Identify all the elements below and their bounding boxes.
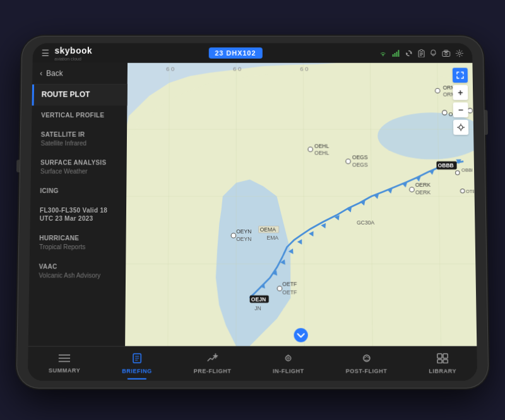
svg-text:JN: JN <box>254 305 261 312</box>
svg-text:6 0: 6 0 <box>300 65 308 72</box>
zoom-in-button[interactable]: + <box>453 85 468 100</box>
svg-text:OEMA: OEMA <box>260 226 276 233</box>
back-label: Back <box>46 69 63 78</box>
nav-label-summary: SUMMARY <box>49 367 80 373</box>
svg-text:OISS: OISS <box>475 111 477 117</box>
nav-label-library: LIBRARY <box>429 368 456 374</box>
sidebar-item-satellite-ir[interactable]: SATELLITE IR Satellite Infrared <box>31 125 127 153</box>
briefing-icon <box>132 353 142 366</box>
svg-rect-94 <box>443 354 448 358</box>
map-controls: + − <box>453 68 468 135</box>
svg-text:OTBD: OTBD <box>466 189 477 194</box>
back-button[interactable]: ‹ Back <box>32 63 128 85</box>
waypoint-otbd <box>460 189 465 193</box>
svg-point-87 <box>287 358 289 359</box>
nav-item-library[interactable]: LIBRARY <box>422 353 463 375</box>
svg-text:OERK: OERK <box>415 189 431 195</box>
bell-icon <box>430 49 437 57</box>
status-bar-right <box>379 49 464 57</box>
waypoint-ormm <box>435 88 440 93</box>
status-bar-left: ☰ skybook aviation cloud <box>41 45 92 61</box>
svg-text:OETF: OETF <box>282 289 297 295</box>
nav-item-preflight[interactable]: PRE-FLIGHT <box>187 353 237 375</box>
signal-icon <box>393 50 400 57</box>
svg-point-0 <box>383 55 384 56</box>
nav-item-summary[interactable]: SUMMARY <box>42 354 87 374</box>
svg-text:OBBB: OBBB <box>438 163 454 169</box>
svg-rect-2 <box>395 53 396 57</box>
tablet-screen: ☰ skybook aviation cloud 23 DHX102 <box>28 43 477 380</box>
svg-point-72 <box>459 125 463 129</box>
sidebar-item-sub: Tropical Reports <box>39 243 118 251</box>
sync-icon <box>405 49 413 57</box>
sidebar-item-icing[interactable]: ICING <box>30 181 126 201</box>
sidebar-item-title: VAAC <box>39 262 119 271</box>
svg-text:GC30A: GC30A <box>357 219 374 226</box>
nav-item-postflight[interactable]: POST-FLIGHT <box>339 353 393 375</box>
waypoint-omaa <box>476 195 477 199</box>
svg-text:6 0: 6 0 <box>166 65 174 72</box>
library-icon <box>437 353 448 366</box>
wifi-icon <box>379 50 388 57</box>
nav-item-briefing[interactable]: BRIEFING <box>116 353 158 375</box>
svg-text:6 0: 6 0 <box>233 65 241 72</box>
sidebar-item-route-plot[interactable]: ROUTE PLOT <box>32 85 128 105</box>
sidebar-item-title: FL300-FL350 Valid 18 UTC 23 Mar 2023 <box>40 206 119 223</box>
svg-text:OEJN: OEJN <box>251 296 266 303</box>
sidebar-item-sub: Satellite Infrared <box>40 139 119 147</box>
sidebar-item-fl300[interactable]: FL300-FL350 Valid 18 UTC 23 Mar 2023 <box>30 201 127 228</box>
sidebar-item-title: SURFACE ANALYSIS <box>40 158 119 166</box>
flight-id-badge[interactable]: 23 DHX102 <box>208 47 262 59</box>
map-svg: 6 0 6 0 6 0 <box>125 63 477 346</box>
sidebar-item-vertical-profile[interactable]: VERTICAL PROFILE <box>32 105 127 125</box>
status-bar-center: 23 DHX102 <box>208 47 262 59</box>
svg-rect-3 <box>396 52 397 57</box>
svg-text:OEGS: OEGS <box>352 155 368 161</box>
main-content: ‹ Back ROUTE PLOT VERTICAL PROFILE SATEL… <box>28 63 477 346</box>
back-chevron: ‹ <box>40 69 42 78</box>
svg-rect-95 <box>437 359 442 363</box>
sidebar-item-title: HURRICANE <box>39 234 118 242</box>
locate-button[interactable] <box>453 120 468 135</box>
svg-text:OETF: OETF <box>282 281 297 287</box>
tablet-shell: ☰ skybook aviation cloud 23 DHX102 <box>16 36 489 388</box>
svg-text:OEGS: OEGS <box>352 161 368 168</box>
waypoint-okac <box>443 110 448 115</box>
svg-text:OEYN: OEYN <box>236 228 251 235</box>
svg-point-15 <box>458 52 461 54</box>
map-area[interactable]: 6 0 6 0 6 0 <box>125 63 477 346</box>
inflight-icon <box>283 353 294 366</box>
postflight-icon <box>360 353 372 366</box>
svg-text:OISS: OISS <box>475 104 477 110</box>
app-subtitle: aviation cloud <box>54 56 92 61</box>
svg-rect-96 <box>443 359 448 363</box>
waypoint-oehl <box>308 147 312 151</box>
nav-item-inflight[interactable]: IN-FLIGHT <box>266 353 311 375</box>
camera-icon <box>442 50 451 57</box>
sidebar-item-title: ICING <box>40 187 119 195</box>
svg-point-86 <box>286 356 291 361</box>
sidebar-item-surface-analysis[interactable]: SURFACE ANALYSIS Surface Weather <box>31 153 127 181</box>
waypoint-oerk <box>410 187 415 192</box>
nav-label-postflight: POST-FLIGHT <box>346 368 388 374</box>
svg-rect-4 <box>398 50 399 57</box>
svg-text:OBBI: OBBI <box>461 167 473 173</box>
expand-map-button[interactable] <box>453 68 468 83</box>
svg-text:OEHL: OEHL <box>314 143 330 149</box>
waypoint-oiss <box>468 108 473 113</box>
waypoint-obbi <box>456 171 460 175</box>
bottom-nav: SUMMARY BRIEFING PRE-FLIGHT IN-FLIGHT <box>28 346 477 381</box>
settings-icon <box>455 49 463 57</box>
zoom-out-button[interactable]: − <box>453 103 468 118</box>
sidebar: ‹ Back ROUTE PLOT VERTICAL PROFILE SATEL… <box>28 63 128 346</box>
svg-marker-17 <box>125 68 477 346</box>
nav-label-briefing: BRIEFING <box>122 368 152 374</box>
summary-icon <box>59 354 70 365</box>
map-collapse-button[interactable] <box>294 328 308 342</box>
svg-rect-8 <box>420 49 423 51</box>
sidebar-item-vaac[interactable]: VAAC Volcanic Ash Advisory <box>29 257 126 285</box>
svg-text:EMA: EMA <box>266 235 278 241</box>
hamburger-icon[interactable]: ☰ <box>42 48 50 58</box>
app-name: skybook <box>54 45 92 55</box>
sidebar-item-hurricane[interactable]: HURRICANE Tropical Reports <box>30 228 126 257</box>
